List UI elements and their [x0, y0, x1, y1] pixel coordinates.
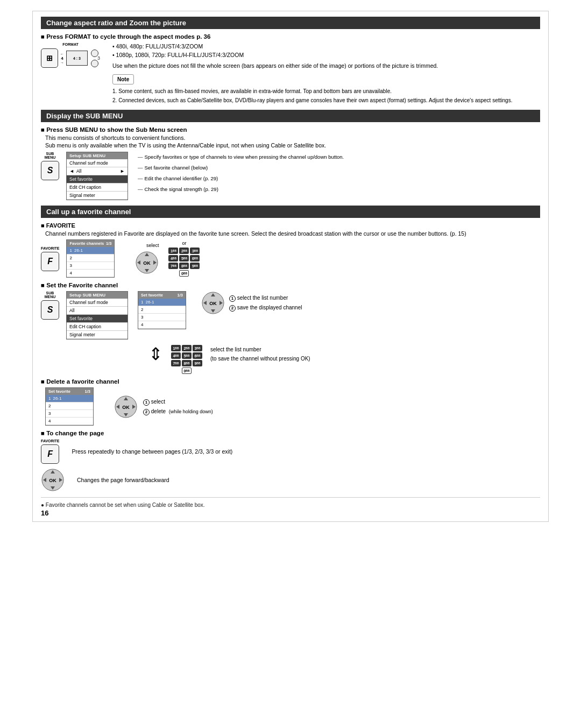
fav-ok-area: select OK: [135, 243, 159, 274]
sub-menu-header: Setup SUB MENU: [67, 152, 127, 159]
subsection-delete-favorite: ■ Delete a favorite channel Set favorite…: [41, 378, 540, 426]
format-title: ■ Press FORMAT to cycle through the aspe…: [41, 33, 540, 40]
section-header-favorite: Call up a favorite channel: [41, 206, 540, 218]
num-6: 6BB: [190, 255, 200, 261]
del-fav-row-1: 126-1: [46, 395, 93, 402]
set-fav-row-1: 126-1: [138, 299, 186, 306]
svg-text:OK: OK: [209, 301, 217, 306]
subsection-press-sub: ■ Press SUB MENU to show the Sub Menu sc…: [41, 126, 540, 200]
del-fav-row-4: 4: [46, 418, 93, 425]
set-fav-ok-btn: OK: [201, 291, 225, 315]
bullet2: • 1080p, 1080i, 720p: FULL/H-FILL/JUST/4…: [112, 51, 512, 60]
del-circle-2: 2: [143, 409, 150, 415]
del-step1-row: 1 select: [143, 397, 213, 407]
format-remote-icon: ⊞: [41, 48, 58, 68]
set-fav-remote: SUBMENU S: [41, 291, 59, 320]
callout-3: — Edit the channel identifier (p. 29): [138, 175, 344, 182]
change-page-row2: OK Changes the page forward/backward: [41, 468, 540, 492]
set-fav-remote-icon: S: [41, 300, 59, 320]
svg-text:OK: OK: [122, 405, 130, 410]
section-header-submenu: Display the SUB MENU: [41, 110, 540, 122]
callout-1: — Specify favorites or type of channels …: [138, 154, 344, 160]
save-note-text: (to save the channel without pressing OK…: [210, 354, 310, 363]
del-fav-title: ■ Delete a favorite channel: [41, 378, 540, 385]
set-fav-num-grid: 1BB 2BB 3BB 4BB 5BB 6BB 7BB 8BB 9BB 0BB: [171, 345, 202, 374]
section-favorite: Call up a favorite channel ■ FAVORITE Ch…: [41, 206, 540, 508]
callout-2: — Set favorite channel (below): [138, 165, 344, 171]
subsection-favorite-main: ■ FAVORITE Channel numbers registered in…: [41, 222, 540, 278]
fav-table-header: Favorite channels 1/3: [67, 240, 114, 247]
number-grid-fav: 1BB 2BB 3BB 4BB 5BB 6BB 7BB 8BB 9BB 0BB: [168, 248, 200, 277]
subsection-format: ■ Press FORMAT to cycle through the aspe…: [41, 33, 540, 104]
sub-desc1: This menu consists of shortcuts to conve…: [45, 135, 540, 141]
del-fav-ok-area: OK 1 select 2 delete (while holding down…: [114, 395, 213, 419]
change-page-desc: Press repeatedly to change between pages…: [72, 448, 232, 455]
circle-2: 2: [229, 305, 236, 312]
set-fav-row-3: 3: [138, 314, 186, 321]
select-label: select: [146, 243, 159, 248]
sfn-0: 0BB: [182, 367, 192, 374]
note-section: Note 1. Some content, such as film-based…: [112, 73, 512, 104]
svg-text:OK: OK: [49, 478, 56, 483]
set-fav-menu-row-3: Set favorite: [67, 315, 127, 323]
num-8: 8BB: [179, 263, 189, 269]
or-label: or: [182, 241, 186, 246]
favorite-desc: Channel numbers registered in Favorite a…: [45, 230, 540, 237]
bottom-divider: [41, 497, 540, 498]
callout-4: — Check the signal strength (p. 29): [138, 186, 344, 193]
page-number: 16: [41, 509, 48, 517]
set-fav-title: ■ Set the Favorite channel: [41, 282, 540, 288]
set-fav-steps: 1 select the list number 2 save the disp…: [229, 293, 302, 313]
sub-menu-row-1: Channel surf mode: [67, 159, 127, 167]
num-2: 2BB: [179, 248, 189, 254]
change-page-remote: FAVORITE F: [41, 439, 59, 464]
note-label: Note: [112, 74, 134, 84]
set-fav-ok-area: OK 1 select the list number 2 save the d…: [201, 291, 302, 315]
set-fav-table: Set favorite 1/3 126-1 2 3 4: [138, 291, 186, 329]
fav-remote-icon: F: [41, 252, 59, 271]
press-sub-title: ■ Press SUB MENU to show the Sub Menu sc…: [41, 126, 540, 133]
sub-callouts: — Specify favorites or type of channels …: [138, 152, 344, 195]
format-content-row: FORMAT ⊞ ← 4 →: [41, 43, 540, 104]
del-fav-header: Set favorite 1/3: [46, 388, 93, 395]
format-text-content: • 480i, 480p: FULL/JUST/4:3/ZOOM • 1080p…: [112, 43, 512, 104]
num-4: 4BB: [168, 255, 178, 261]
format-remote-symbol: ⊞: [46, 54, 53, 62]
sub-menu-row-4: Edit CH caption: [67, 183, 127, 192]
set-fav-menu-row-4: Edit CH caption: [67, 323, 127, 331]
set-fav-row-2: 2: [138, 306, 186, 314]
note1: 1. Some content, such as film-based movi…: [112, 87, 512, 95]
change-fav-label: FAVORITE: [41, 439, 59, 443]
sfn-2: 2BB: [182, 345, 192, 351]
sfn-5: 5BB: [182, 352, 192, 359]
num-5: 5BB: [179, 255, 189, 261]
change-fav-letter: F: [47, 449, 53, 459]
set-fav-row: SUBMENU S Setup SUB MENU Channel surf mo…: [41, 291, 540, 340]
del-fav-row-2: 2: [46, 402, 93, 410]
format-illustration: FORMAT ⊞ ← 4 →: [41, 43, 100, 68]
num-7: 7BB: [168, 263, 178, 269]
change-fav-icon: F: [41, 444, 59, 464]
sfn-3: 3BB: [193, 345, 202, 351]
num-3: 3BB: [190, 248, 200, 254]
set-fav-row-4: 4: [138, 321, 186, 329]
del-circle-1: 1: [143, 399, 150, 406]
format-arrow: ← 4 →: [60, 52, 64, 65]
or-numgrid: or 1BB 2BB 3BB 4BB 5BB 6BB 7BB 8BB 9BB 0…: [168, 241, 200, 277]
ok-button-svg: OK: [135, 251, 159, 274]
del-steps: 1 select 2 delete (while holding down): [143, 397, 213, 416]
set-fav-numgrid-section: 1BB 2BB 3BB 4BB 5BB 6BB 7BB 8BB 9BB 0BB: [171, 343, 202, 374]
note2: 2. Connected devices, such as Cable/Sate…: [112, 96, 512, 104]
page-container: Change aspect ratio and Zoom the picture…: [32, 11, 549, 522]
sfn-1: 1BB: [171, 345, 181, 351]
change-page-ok-btn: OK: [41, 468, 65, 492]
fav-remote-label: FAVORITE: [41, 246, 59, 250]
sfn-7: 7BB: [171, 360, 181, 366]
num-1: 1BB: [168, 248, 178, 254]
del-step2-note: (while holding down): [169, 409, 213, 414]
fav-row-2: 2: [67, 255, 114, 262]
fav-row-3: 3: [67, 262, 114, 270]
del-step2-row: 2 delete (while holding down): [143, 407, 213, 416]
format-label: FORMAT: [62, 43, 78, 46]
section-sub-menu: Display the SUB MENU ■ Press SUB MENU to…: [41, 110, 540, 200]
